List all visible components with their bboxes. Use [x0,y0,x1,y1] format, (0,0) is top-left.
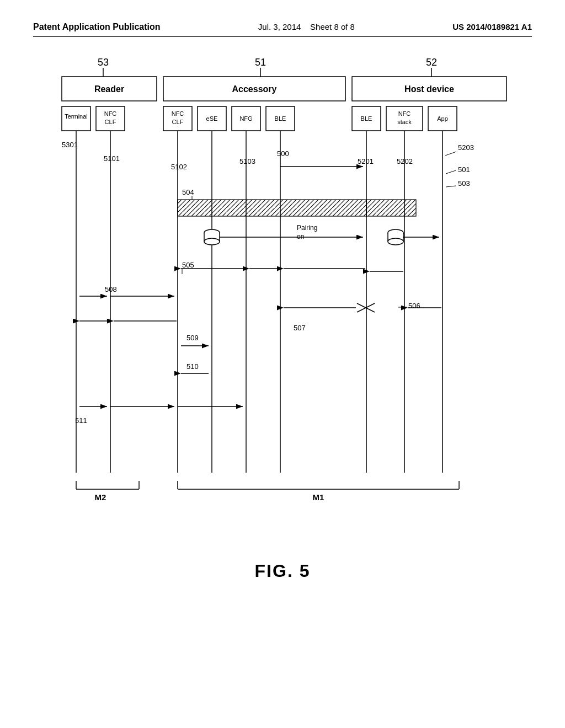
ref-501: 501 [458,165,470,174]
m1-label: M1 [313,493,324,502]
ble-host-label: BLE [361,115,372,122]
ref-5203-line [445,152,456,156]
nfg-label: NFG [239,115,252,122]
ref-51: 51 [255,57,266,68]
header-center: Jul. 3, 2014 Sheet 8 of 8 [258,22,355,31]
ref-509: 509 [186,334,199,342]
sequence-diagram: 53 51 52 Reader Accessory Host device Te… [45,53,520,550]
hatch-rect-host [366,200,416,216]
host-label: Host device [404,84,454,94]
ref-5102: 5102 [171,163,187,171]
accessory-label: Accessory [232,84,277,94]
ref-508: 508 [105,285,117,293]
cylinder-left-bottom [204,238,220,245]
nfc-stack-label2: stack [397,119,412,125]
figure-label: FIG. 5 [33,561,532,581]
ref-5101: 5101 [104,154,120,163]
nfc-clf-reader-label: NFC [104,110,117,117]
ref-506: 506 [408,302,420,310]
nfc-clf-acc-label2: CLF [172,119,184,125]
header-sheet: Sheet 8 of 8 [310,22,355,31]
ref-510: 510 [186,362,199,371]
reader-label: Reader [94,84,124,94]
ese-label: eSE [206,115,218,122]
nfc-clf-acc-label: NFC [172,110,184,117]
ref-52: 52 [426,57,437,68]
header: Patent Application Publication Jul. 3, 2… [33,22,532,37]
ref-5301: 5301 [62,141,78,149]
app-label: App [437,115,448,122]
ble-acc-label: BLE [275,115,286,122]
ref-503-line [446,186,456,187]
pairing-on-label: Pairing [297,224,317,232]
ref-5202: 5202 [397,157,413,165]
ref-5103: 5103 [239,157,255,165]
ref-500: 500 [277,149,289,158]
ref-504: 504 [182,188,194,196]
ref-53: 53 [98,57,109,68]
hatch-rect-504 [178,200,366,216]
ref-511: 511 [75,416,87,425]
pairing-on-label2: on [297,233,304,240]
m2-label: M2 [95,493,106,502]
header-patent-number: US 2014/0189821 A1 [452,22,532,31]
diagram-area: 53 51 52 Reader Accessory Host device Te… [45,53,520,550]
ref-5201: 5201 [358,157,374,165]
nfc-stack-label: NFC [398,110,411,117]
cylinder-right-bottom [388,238,403,245]
ref-507: 507 [294,324,306,332]
nfc-clf-reader-label2: CLF [105,119,116,125]
terminal-label: Terminal [65,113,88,120]
page: Patent Application Publication Jul. 3, 2… [0,0,565,728]
ref-5203: 5203 [458,143,474,152]
ref-505: 505 [182,261,194,269]
header-date: Jul. 3, 2014 [258,22,301,31]
ref-503: 503 [458,179,470,188]
ref-501-line [446,170,456,174]
header-publication: Patent Application Publication [33,22,161,32]
